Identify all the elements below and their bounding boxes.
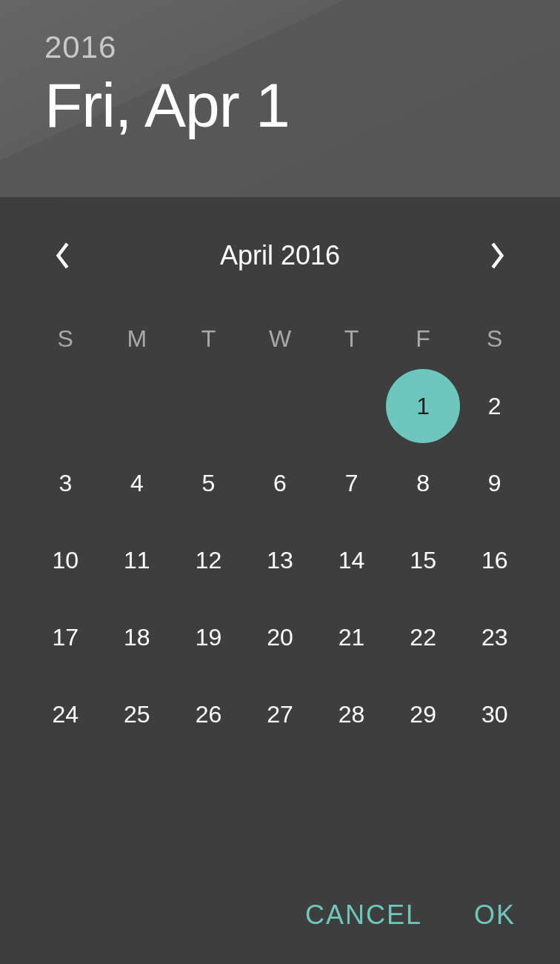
- calendar-day[interactable]: 3: [30, 445, 101, 522]
- day-number: 8: [416, 470, 430, 497]
- day-number: 11: [124, 547, 150, 574]
- calendar-day[interactable]: 26: [173, 676, 244, 753]
- day-number: 3: [59, 470, 72, 497]
- day-number: 26: [196, 701, 222, 728]
- cancel-button[interactable]: CANCEL: [305, 900, 422, 931]
- calendar-empty-cell: [30, 368, 101, 445]
- ok-button[interactable]: OK: [474, 900, 516, 931]
- day-number: 18: [124, 624, 150, 651]
- day-number: 5: [202, 470, 216, 497]
- chevron-right-icon: [490, 242, 506, 269]
- day-number: 12: [196, 547, 222, 574]
- weekday-label: T: [316, 325, 387, 353]
- calendar-day[interactable]: 12: [173, 522, 244, 599]
- weekday-label: S: [30, 325, 101, 353]
- calendar-day[interactable]: 6: [244, 445, 316, 522]
- day-number: 13: [267, 547, 293, 574]
- chevron-left-icon: [54, 242, 70, 269]
- calendar-day[interactable]: 8: [387, 445, 459, 522]
- day-number: 27: [267, 701, 293, 728]
- day-number: 30: [481, 701, 508, 728]
- day-number: 4: [130, 470, 144, 497]
- calendar-day[interactable]: 19: [173, 599, 244, 676]
- weekday-header-row: SMTWTFS: [30, 325, 530, 353]
- calendar-empty-cell: [173, 368, 244, 445]
- calendar-day[interactable]: 27: [244, 676, 316, 753]
- day-number: 24: [52, 701, 79, 728]
- calendar-empty-cell: [244, 368, 316, 445]
- weekday-label: T: [173, 325, 244, 353]
- calendar-day[interactable]: 20: [244, 599, 316, 676]
- calendar-day[interactable]: 4: [101, 445, 173, 522]
- calendar-day[interactable]: 29: [387, 676, 459, 753]
- calendar-day[interactable]: 22: [387, 599, 459, 676]
- calendar-day[interactable]: 17: [30, 599, 101, 676]
- calendar-day[interactable]: 10: [30, 522, 101, 599]
- calendar-day[interactable]: 7: [316, 445, 387, 522]
- day-number: 14: [339, 547, 365, 574]
- day-number: 25: [124, 701, 150, 728]
- day-number: 2: [488, 393, 501, 420]
- day-number: 9: [488, 470, 501, 497]
- day-number: 17: [52, 624, 79, 651]
- date-picker-header: 2016 Fri, Apr 1: [0, 0, 560, 197]
- calendar-day[interactable]: 2: [459, 368, 530, 445]
- day-number: 20: [267, 624, 293, 651]
- prev-month-button[interactable]: [44, 238, 80, 273]
- day-number: 16: [481, 547, 508, 574]
- calendar-day[interactable]: 30: [459, 676, 530, 753]
- weekday-label: F: [387, 325, 459, 353]
- day-number: 15: [410, 547, 436, 574]
- day-number: 6: [273, 470, 287, 497]
- selected-date[interactable]: Fri, Apr 1: [44, 70, 516, 142]
- month-year-label: April 2016: [220, 240, 340, 271]
- day-number: 29: [410, 701, 436, 728]
- calendar-day[interactable]: 9: [459, 445, 530, 522]
- calendar-day[interactable]: 28: [316, 676, 387, 753]
- day-number: 1: [416, 393, 430, 420]
- day-number: 21: [339, 624, 365, 651]
- day-number: 23: [481, 624, 508, 651]
- calendar-day[interactable]: 25: [101, 676, 173, 753]
- calendar-day[interactable]: 14: [316, 522, 387, 599]
- calendar-day[interactable]: 15: [387, 522, 459, 599]
- calendar-day[interactable]: 21: [316, 599, 387, 676]
- month-navigation: April 2016: [30, 197, 530, 296]
- day-number: 19: [196, 624, 222, 651]
- weekday-label: M: [101, 325, 173, 353]
- calendar-empty-cell: [316, 368, 387, 445]
- day-number: 22: [410, 624, 436, 651]
- weekday-label: S: [459, 325, 530, 353]
- weekday-label: W: [244, 325, 316, 353]
- calendar-day[interactable]: 16: [459, 522, 530, 599]
- day-number: 28: [339, 701, 365, 728]
- calendar-day[interactable]: 1: [387, 368, 459, 445]
- selected-year[interactable]: 2016: [44, 30, 516, 65]
- calendar-day[interactable]: 23: [459, 599, 530, 676]
- dialog-actions: CANCEL OK: [305, 900, 516, 931]
- date-picker-body: April 2016 SMTWTFS 123456789101112131415…: [0, 197, 560, 753]
- calendar-day[interactable]: 11: [101, 522, 173, 599]
- calendar-grid: 1234567891011121314151617181920212223242…: [30, 368, 530, 753]
- day-number: 10: [52, 547, 79, 574]
- next-month-button[interactable]: [480, 238, 516, 273]
- calendar-day[interactable]: 18: [101, 599, 173, 676]
- calendar-empty-cell: [101, 368, 173, 445]
- day-number: 7: [345, 470, 359, 497]
- calendar-day[interactable]: 24: [30, 676, 101, 753]
- calendar-day[interactable]: 13: [244, 522, 316, 599]
- calendar-day[interactable]: 5: [173, 445, 244, 522]
